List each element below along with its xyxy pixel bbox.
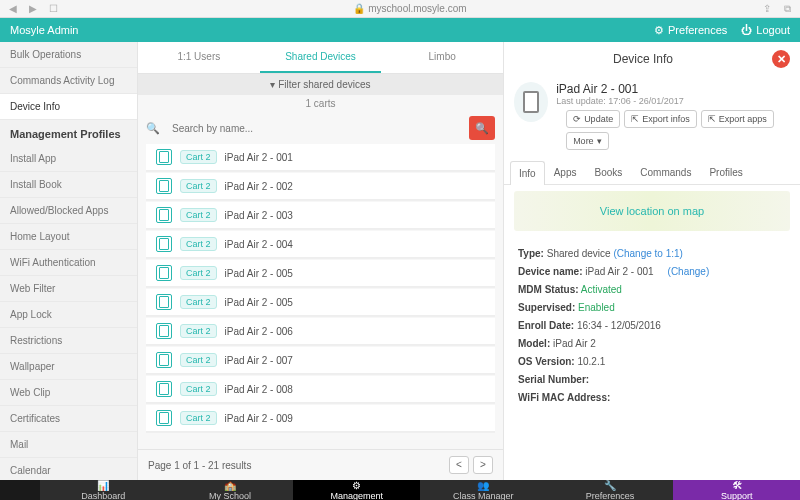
- share-button[interactable]: ⇪: [760, 3, 774, 15]
- sidebar-item[interactable]: WiFi Authentication: [0, 250, 137, 276]
- device-row[interactable]: Cart 2iPad Air 2 - 003: [146, 202, 495, 229]
- export-apps-button[interactable]: ⇱ Export apps: [701, 110, 774, 128]
- pager-text: Page 1 of 1 - 21 results: [148, 460, 251, 471]
- sidebar-toggle[interactable]: ☐: [46, 3, 60, 14]
- device-row[interactable]: Cart 2iPad Air 2 - 005: [146, 289, 495, 316]
- device-last-update: Last update: 17:06 - 26/01/2017: [556, 96, 790, 106]
- search-icon: 🔍: [146, 122, 160, 135]
- sidebar-item[interactable]: Restrictions: [0, 328, 137, 354]
- device-thumbnail: [514, 82, 548, 122]
- device-icon: [156, 265, 172, 281]
- device-row-name: iPad Air 2 - 003: [225, 210, 293, 221]
- brand-label: Mosyle Admin: [10, 24, 78, 36]
- nav-icon: 🔧: [604, 481, 616, 491]
- device-icon: [156, 294, 172, 310]
- back-button[interactable]: ◀: [6, 3, 20, 14]
- sidebar-item[interactable]: Web Filter: [0, 276, 137, 302]
- update-button[interactable]: ⟳ Update: [566, 110, 620, 128]
- cart-badge: Cart 2: [180, 150, 217, 164]
- sidebar-item[interactable]: Commands Activity Log: [0, 68, 137, 94]
- nav-icon: 👥: [477, 481, 489, 491]
- cart-badge: Cart 2: [180, 208, 217, 222]
- device-subtab[interactable]: Info: [510, 161, 545, 185]
- nav-icon: 🛠: [732, 481, 742, 491]
- cart-badge: Cart 2: [180, 411, 217, 425]
- carts-count: 1 carts: [138, 95, 503, 112]
- browser-chrome: ◀ ▶ ☐ 🔒 myschool.mosyle.com ⇪ ⧉: [0, 0, 800, 18]
- bottom-nav-item[interactable]: ⚙Management: [293, 480, 420, 500]
- search-button[interactable]: 🔍: [469, 116, 495, 140]
- apple-icon[interactable]: [0, 480, 40, 500]
- change-name-link[interactable]: (Change): [668, 266, 710, 277]
- bottom-nav-item[interactable]: 📊Dashboard: [40, 480, 167, 500]
- sidebar-item[interactable]: Device Info: [0, 94, 137, 120]
- bottom-nav-item[interactable]: 🛠Support: [673, 480, 800, 500]
- tabs-button[interactable]: ⧉: [780, 3, 794, 15]
- device-row[interactable]: Cart 2iPad Air 2 - 002: [146, 173, 495, 200]
- bottom-nav-item[interactable]: 🏫My School: [167, 480, 294, 500]
- app-topbar: Mosyle Admin ⚙Preferences ⏻Logout: [0, 18, 800, 42]
- device-row[interactable]: Cart 2iPad Air 2 - 008: [146, 376, 495, 403]
- device-row[interactable]: Cart 2iPad Air 2 - 004: [146, 231, 495, 258]
- forward-button[interactable]: ▶: [26, 3, 40, 14]
- device-subtab[interactable]: Profiles: [700, 160, 751, 184]
- cart-badge: Cart 2: [180, 179, 217, 193]
- device-row[interactable]: Cart 2iPad Air 2 - 005: [146, 260, 495, 287]
- device-icon: [156, 178, 172, 194]
- device-icon: [156, 323, 172, 339]
- device-icon: [156, 410, 172, 426]
- close-icon[interactable]: ✕: [772, 50, 790, 68]
- sidebar-item[interactable]: Install Book: [0, 172, 137, 198]
- device-info-fields: Type: Shared device (Change to 1:1) Devi…: [504, 237, 800, 414]
- export-infos-button[interactable]: ⇱ Export infos: [624, 110, 697, 128]
- sidebar-item[interactable]: App Lock: [0, 302, 137, 328]
- nav-icon: 🏫: [224, 481, 236, 491]
- device-subtab[interactable]: Commands: [631, 160, 700, 184]
- logout-link[interactable]: ⏻Logout: [741, 24, 790, 36]
- device-row[interactable]: Cart 2iPad Air 2 - 009: [146, 405, 495, 432]
- center-tab[interactable]: Shared Devices: [260, 42, 382, 73]
- change-type-link[interactable]: (Change to 1:1): [613, 248, 683, 259]
- filter-bar[interactable]: ▾ Filter shared devices: [138, 74, 503, 95]
- device-row-name: iPad Air 2 - 002: [225, 181, 293, 192]
- sidebar-item[interactable]: Certificates: [0, 406, 137, 432]
- device-row-name: iPad Air 2 - 006: [225, 326, 293, 337]
- pager-next[interactable]: >: [473, 456, 493, 474]
- sidebar-item[interactable]: Home Layout: [0, 224, 137, 250]
- device-row[interactable]: Cart 2iPad Air 2 - 007: [146, 347, 495, 374]
- device-icon: [156, 149, 172, 165]
- preferences-link[interactable]: ⚙Preferences: [654, 24, 727, 37]
- nav-icon: 📊: [97, 481, 109, 491]
- search-input[interactable]: [164, 118, 465, 139]
- cart-badge: Cart 2: [180, 295, 217, 309]
- sidebar-item[interactable]: Web Clip: [0, 380, 137, 406]
- cart-badge: Cart 2: [180, 237, 217, 251]
- more-button[interactable]: More ▾: [566, 132, 609, 150]
- sidebar-item[interactable]: Calendar: [0, 458, 137, 480]
- view-location-link[interactable]: View location on map: [514, 191, 790, 231]
- bottom-nav-item[interactable]: 👥Class Manager: [420, 480, 547, 500]
- device-row[interactable]: Cart 2iPad Air 2 - 001: [146, 144, 495, 171]
- device-row-name: iPad Air 2 - 005: [225, 297, 293, 308]
- cart-badge: Cart 2: [180, 266, 217, 280]
- cart-badge: Cart 2: [180, 382, 217, 396]
- device-row-name: iPad Air 2 - 004: [225, 239, 293, 250]
- url-bar[interactable]: 🔒 myschool.mosyle.com: [60, 3, 760, 14]
- device-subtab[interactable]: Apps: [545, 160, 586, 184]
- device-row-name: iPad Air 2 - 008: [225, 384, 293, 395]
- center-tab[interactable]: 1:1 Users: [138, 42, 260, 73]
- device-row-name: iPad Air 2 - 009: [225, 413, 293, 424]
- device-row[interactable]: Cart 2iPad Air 2 - 006: [146, 318, 495, 345]
- bottom-nav-item[interactable]: 🔧Preferences: [547, 480, 674, 500]
- sidebar-item[interactable]: Install App: [0, 146, 137, 172]
- device-row-name: iPad Air 2 - 005: [225, 268, 293, 279]
- sidebar-item[interactable]: Allowed/Blocked Apps: [0, 198, 137, 224]
- device-icon: [156, 381, 172, 397]
- sidebar-item[interactable]: Mail: [0, 432, 137, 458]
- sidebar-item[interactable]: Wallpaper: [0, 354, 137, 380]
- pager-prev[interactable]: <: [449, 456, 469, 474]
- center-tab[interactable]: Limbo: [381, 42, 503, 73]
- sidebar-item[interactable]: Bulk Operations: [0, 42, 137, 68]
- device-subtab[interactable]: Books: [585, 160, 631, 184]
- sidebar: Bulk OperationsCommands Activity LogDevi…: [0, 42, 138, 480]
